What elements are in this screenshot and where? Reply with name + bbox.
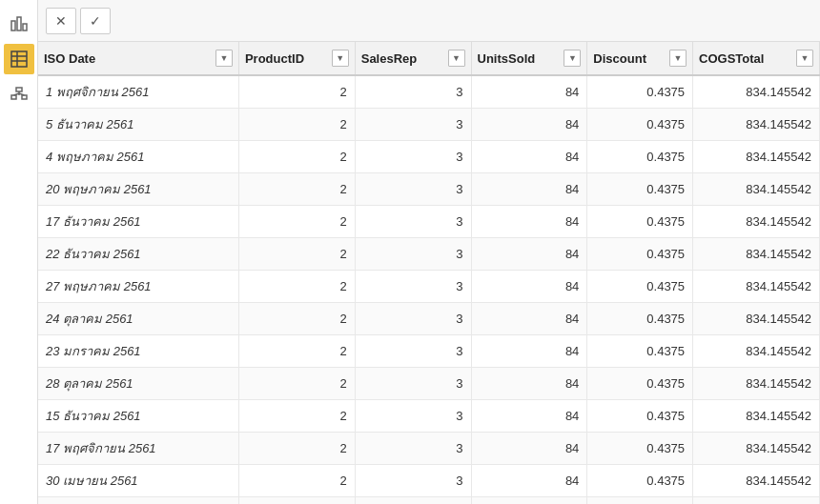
- table-row: 20 พฤษภาคม 256123840.4375834.145542: [38, 173, 820, 206]
- table-header-row: ISO Date ▼ ProductID ▼ SalesRep ▼: [38, 42, 820, 75]
- table-cell: 2: [238, 335, 355, 368]
- table-cell: 0.4375: [587, 400, 693, 433]
- table-row: 23 มกราคม 256123840.4375834.145542: [38, 335, 820, 368]
- table-cell: 0.4375: [587, 271, 693, 303]
- table-cell: 84: [471, 497, 587, 505]
- svg-rect-2: [23, 24, 27, 30]
- table-cell: 3: [355, 497, 471, 505]
- main-content: ✕ ✓ ISO Date ▼ ProductID ▼: [38, 0, 820, 504]
- table-cell: 3: [355, 465, 471, 497]
- table-cell: 834.145542: [693, 497, 820, 505]
- table-cell: 2: [238, 109, 355, 141]
- table-cell: 84: [471, 271, 587, 303]
- chart-icon[interactable]: [4, 8, 34, 38]
- table-cell: 1 พฤศจิกายน 2561: [38, 75, 238, 109]
- table-cell: 84: [471, 465, 587, 497]
- table-cell: 0.4375: [587, 109, 693, 141]
- table-cell: 84: [471, 368, 587, 400]
- table-cell: 834.145542: [693, 141, 820, 173]
- table-cell: 3: [355, 335, 471, 368]
- svg-rect-3: [11, 51, 27, 67]
- hierarchy-icon[interactable]: [4, 80, 34, 111]
- sort-icon-discount[interactable]: ▼: [669, 50, 687, 67]
- table-cell: 0.4375: [587, 238, 693, 271]
- table-cell: 3: [355, 433, 471, 465]
- table-row: 22 ธันวาคม 256123840.4375834.145542: [38, 238, 820, 271]
- table-cell: 24 ตุลาคม 2561: [38, 303, 238, 335]
- sort-icon-salesrep[interactable]: ▼: [448, 50, 465, 67]
- table-cell: 84: [471, 173, 587, 206]
- col-header-unitssold[interactable]: UnitsSold ▼: [471, 42, 587, 75]
- table-cell: 3: [355, 400, 471, 433]
- table-cell: 2: [238, 400, 355, 433]
- table-cell: 834.145542: [693, 206, 820, 238]
- table-cell: 0.4375: [587, 173, 693, 206]
- table-cell: 2: [238, 465, 355, 497]
- table-cell: 84: [471, 335, 587, 368]
- sort-icon-productid[interactable]: ▼: [332, 50, 349, 67]
- table-cell: 27 พฤษภาคม 2561: [38, 271, 238, 303]
- table-cell: 23 มกราคม 2561: [38, 335, 238, 368]
- table-row: 24 ตุลาคม 256123840.4375834.145542: [38, 303, 820, 335]
- confirm-button[interactable]: ✓: [80, 8, 111, 34]
- col-header-cogstotal[interactable]: COGSTotal ▼: [693, 42, 820, 75]
- table-cell: 2: [238, 141, 355, 173]
- svg-rect-7: [16, 88, 22, 91]
- table-cell: 30 เมษายน 2561: [38, 465, 238, 497]
- table-cell: 0.4375: [587, 497, 693, 505]
- table-cell: 84: [471, 400, 587, 433]
- sort-icon-cogstotal[interactable]: ▼: [796, 50, 813, 67]
- col-header-isodate[interactable]: ISO Date ▼: [38, 42, 238, 75]
- table-cell: 3: [355, 206, 471, 238]
- table-cell: 17 พฤศจิกายน 2561: [38, 433, 238, 465]
- table-cell: 2: [238, 368, 355, 400]
- table-cell: 834.145542: [693, 303, 820, 335]
- table-cell: 0.4375: [587, 75, 693, 109]
- table-cell: 2: [238, 433, 355, 465]
- table-cell: 3: [355, 271, 471, 303]
- table-row: 30 เมษายน 256123840.4375834.145542: [38, 465, 820, 497]
- table-cell: 3: [355, 303, 471, 335]
- table-cell: 0.4375: [587, 141, 693, 173]
- table-cell: 834.145542: [693, 400, 820, 433]
- table-cell: 834.145542: [693, 109, 820, 141]
- cancel-button[interactable]: ✕: [46, 8, 76, 34]
- svg-line-11: [13, 93, 19, 95]
- data-table: ISO Date ▼ ProductID ▼ SalesRep ▼: [38, 42, 820, 504]
- table-cell: 2: [238, 75, 355, 109]
- table-cell: 834.145542: [693, 368, 820, 400]
- table-cell: 5 ธันวาคม 2561: [38, 109, 238, 141]
- table-cell: 0.4375: [587, 368, 693, 400]
- svg-rect-0: [11, 21, 15, 30]
- table-icon[interactable]: [4, 44, 34, 74]
- sort-icon-unitssold[interactable]: ▼: [564, 50, 581, 67]
- table-cell: 2: [238, 303, 355, 335]
- table-cell: 834.145542: [693, 238, 820, 271]
- sort-icon-isodate[interactable]: ▼: [215, 50, 233, 67]
- toolbar: ✕ ✓: [38, 0, 820, 42]
- table-cell: 22 ธันวาคม 2561: [38, 238, 238, 271]
- table-cell: 834.145542: [693, 271, 820, 303]
- table-cell: 84: [471, 141, 587, 173]
- table-row: 15 ธันวาคม 256123840.4375834.145542: [38, 400, 820, 433]
- table-container[interactable]: ISO Date ▼ ProductID ▼ SalesRep ▼: [38, 42, 820, 504]
- table-row: 5 ธันวาคม 256123840.4375834.145542: [38, 109, 820, 141]
- table-cell: 2: [238, 206, 355, 238]
- col-header-salesrep[interactable]: SalesRep ▼: [355, 42, 471, 75]
- table-cell: 2: [238, 271, 355, 303]
- svg-rect-9: [22, 95, 27, 99]
- table-cell: 2: [238, 173, 355, 206]
- sidebar: [0, 0, 38, 504]
- table-cell: 84: [471, 109, 587, 141]
- col-header-productid[interactable]: ProductID ▼: [238, 42, 355, 75]
- table-cell: 0.4375: [587, 335, 693, 368]
- table-cell: 0.4375: [587, 433, 693, 465]
- table-cell: 28 ธันวาคม 2561: [38, 497, 238, 505]
- col-header-discount[interactable]: Discount ▼: [587, 42, 693, 75]
- table-cell: 3: [355, 141, 471, 173]
- table-cell: 17 ธันวาคม 2561: [38, 206, 238, 238]
- table-cell: 20 พฤษภาคม 2561: [38, 173, 238, 206]
- table-row: 17 ธันวาคม 256123840.4375834.145542: [38, 206, 820, 238]
- table-row: 27 พฤษภาคม 256123840.4375834.145542: [38, 271, 820, 303]
- table-cell: 15 ธันวาคม 2561: [38, 400, 238, 433]
